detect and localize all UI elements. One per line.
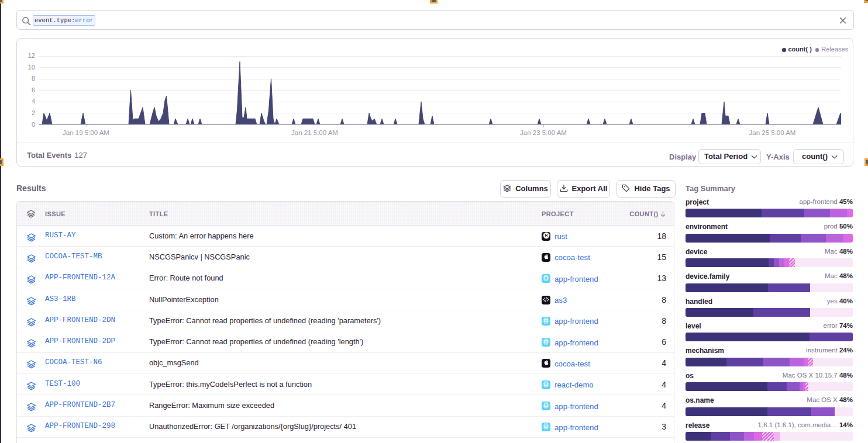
svg-text:R: R xyxy=(545,233,547,237)
